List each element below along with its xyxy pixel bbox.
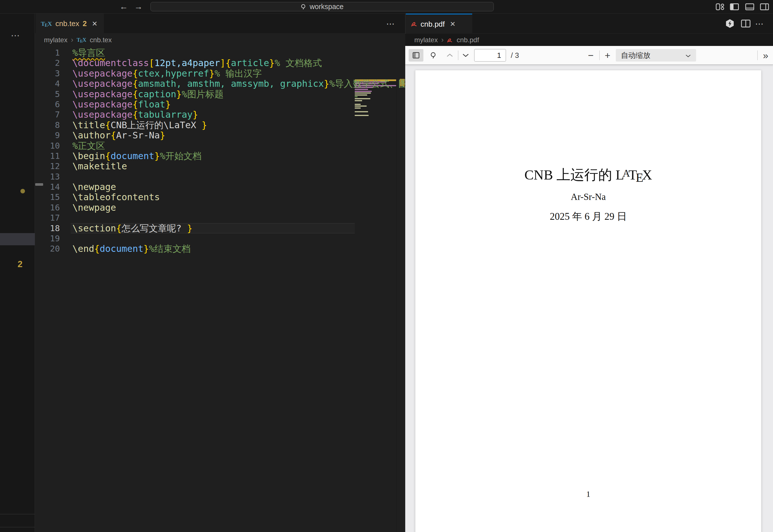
code-line[interactable]: 19 — [35, 233, 355, 244]
tab-label: cnb.tex — [55, 19, 79, 28]
close-icon[interactable]: ✕ — [450, 20, 456, 28]
line-number: 13 — [35, 172, 60, 182]
line-number: 3 — [35, 68, 60, 79]
line-number: 15 — [35, 192, 60, 202]
code-line[interactable]: 5\usepackage{caption}%图片标题 — [35, 89, 355, 99]
split-editor-icon[interactable] — [741, 19, 751, 28]
toggle-panel-icon[interactable] — [745, 3, 754, 11]
page-down-button[interactable] — [460, 49, 472, 62]
rail-selected-row[interactable] — [0, 233, 35, 245]
rail-badge: 2 — [18, 259, 22, 269]
page-up-button[interactable] — [444, 49, 456, 62]
line-number: 10 — [35, 141, 60, 151]
editor-actions-more-icon[interactable]: ⋯ — [386, 19, 395, 29]
pdf-search-button[interactable] — [428, 49, 440, 62]
toolbar-overflow-button[interactable]: » — [759, 49, 772, 62]
forward-arrow-icon[interactable]: → — [133, 1, 144, 12]
page-count-label: / 3 — [511, 51, 519, 60]
chevron-right-icon: › — [71, 35, 73, 44]
editor-group-pdf: cnb.pdf ✕ ⋯ mylatex › cnb.pdf — [405, 14, 773, 532]
code-line[interactable]: 8\title{CNB上运行的\LaTeX } — [35, 120, 355, 130]
breadcrumb: mylatex › TEX cnb.tex — [35, 34, 405, 46]
line-number: 9 — [35, 130, 60, 140]
pdf-page-number: 1 — [416, 489, 761, 499]
breadcrumb-folder[interactable]: mylatex — [414, 36, 438, 44]
toolbar-divider — [599, 50, 600, 60]
tab-cnb-pdf[interactable]: cnb.pdf ✕ — [406, 14, 472, 34]
toggle-secondary-sidebar-icon[interactable] — [760, 3, 769, 11]
rail-separator — [0, 527, 35, 527]
search-value: workspace — [309, 3, 344, 11]
pdf-file-icon — [411, 21, 417, 27]
pdf-date: 2025 年 6 月 29 日 — [416, 210, 761, 223]
zoom-mode-select[interactable]: 自动缩放 — [616, 49, 696, 62]
code-line[interactable]: 9\author{Ar-Sr-Na} — [35, 130, 355, 140]
pdf-author: Ar-Sr-Na — [416, 192, 761, 202]
scrollbar[interactable] — [396, 78, 405, 532]
editor-group-tex: TEX cnb.tex 2 ✕ ⋯ mylatex › TEX cnb.tex … — [35, 14, 405, 532]
chevron-right-icon: › — [441, 35, 444, 44]
line-number: 18 — [35, 223, 60, 233]
scrollbar-handle[interactable] — [35, 183, 43, 186]
toggle-primary-sidebar-icon[interactable] — [730, 3, 739, 11]
code-lines: 1%导言区2\documentclass[12pt,a4paper]{artic… — [35, 48, 355, 254]
code-line[interactable]: 16\newpage — [35, 202, 355, 213]
customize-layout-icon[interactable] — [716, 3, 725, 11]
code-line[interactable]: 12\maketitle — [35, 161, 355, 171]
line-number: 17 — [35, 213, 60, 223]
line-number: 11 — [35, 151, 60, 161]
title-bar: ← → workspace — [0, 0, 773, 14]
pdf-toolbar: / 3 − + 自动缩放 » — [405, 46, 773, 65]
line-number: 4 — [35, 79, 60, 89]
code-editor[interactable]: 1%导言区2\documentclass[12pt,a4paper]{artic… — [35, 46, 405, 532]
code-line[interactable]: 11\begin{document}%开始文档 — [35, 151, 355, 161]
tab-bar: cnb.pdf ✕ ⋯ — [405, 14, 773, 34]
extension-badge-icon[interactable] — [725, 19, 735, 28]
page-number-input[interactable] — [474, 49, 506, 62]
code-line[interactable]: 7\usepackage{tabularray} — [35, 109, 355, 120]
tab-cnb-tex[interactable]: TEX cnb.tex 2 ✕ — [36, 14, 104, 34]
rail-separator — [0, 514, 35, 514]
tab-bar: TEX cnb.tex 2 ✕ ⋯ — [35, 14, 405, 34]
workspace-search-input[interactable]: workspace — [150, 2, 494, 11]
pdf-sidebar-toggle-button[interactable] — [409, 49, 424, 62]
line-number: 19 — [35, 233, 60, 244]
rail-more-icon[interactable]: ⋯ — [11, 30, 20, 41]
code-line[interactable]: 14\newpage — [35, 182, 355, 192]
pdf-document-title: CNB 上运行的 LATEX — [416, 166, 761, 184]
tab-modified-badge: 2 — [83, 19, 87, 28]
pdf-viewport[interactable]: CNB 上运行的 LATEX Ar-Sr-Na 2025 年 6 月 29 日 … — [405, 65, 773, 532]
close-icon[interactable]: ✕ — [92, 20, 98, 28]
line-number: 2 — [35, 58, 60, 68]
zoom-in-button[interactable]: + — [601, 49, 614, 62]
line-number: 16 — [35, 202, 60, 213]
code-line[interactable]: 18\section{怎么写文章呢? } — [35, 223, 355, 233]
breadcrumb-file[interactable]: cnb.pdf — [457, 36, 479, 44]
editor-actions-more-icon[interactable]: ⋯ — [755, 19, 764, 29]
line-number: 5 — [35, 89, 60, 99]
code-line[interactable]: 13 — [35, 172, 355, 182]
line-number: 8 — [35, 120, 60, 130]
code-line[interactable]: 6\usepackage{float} — [35, 99, 355, 109]
code-line[interactable]: 10%正文区 — [35, 141, 355, 151]
line-number: 7 — [35, 109, 60, 120]
code-line[interactable]: 20\end{document}%结束文档 — [35, 244, 355, 254]
line-number: 20 — [35, 244, 60, 254]
back-arrow-icon[interactable]: ← — [119, 1, 129, 12]
code-line[interactable]: 17 — [35, 213, 355, 223]
pdf-page-1: CNB 上运行的 LATEX Ar-Sr-Na 2025 年 6 月 29 日 … — [415, 70, 761, 532]
search-icon — [300, 4, 307, 10]
code-line[interactable]: 15\tableofcontents — [35, 192, 355, 202]
zoom-out-button[interactable]: − — [585, 49, 597, 62]
tex-file-icon: TEX — [77, 37, 86, 43]
breadcrumb-file[interactable]: cnb.tex — [90, 36, 111, 44]
toolbar-divider — [458, 50, 458, 60]
breadcrumb-folder[interactable]: mylatex — [44, 36, 68, 44]
zoom-mode-label: 自动缩放 — [621, 50, 650, 60]
breadcrumb: mylatex › cnb.pdf — [405, 34, 773, 46]
code-line[interactable]: 1%导言区 — [35, 48, 355, 58]
code-line[interactable]: 4\usepackage{amsmath, amsthm, amssymb, g… — [35, 79, 355, 89]
code-line[interactable]: 3\usepackage{ctex,hyperref}% 输出汉字 — [35, 68, 355, 79]
code-line[interactable]: 2\documentclass[12pt,a4paper]{article}% … — [35, 58, 355, 68]
chevron-down-icon — [685, 51, 691, 60]
